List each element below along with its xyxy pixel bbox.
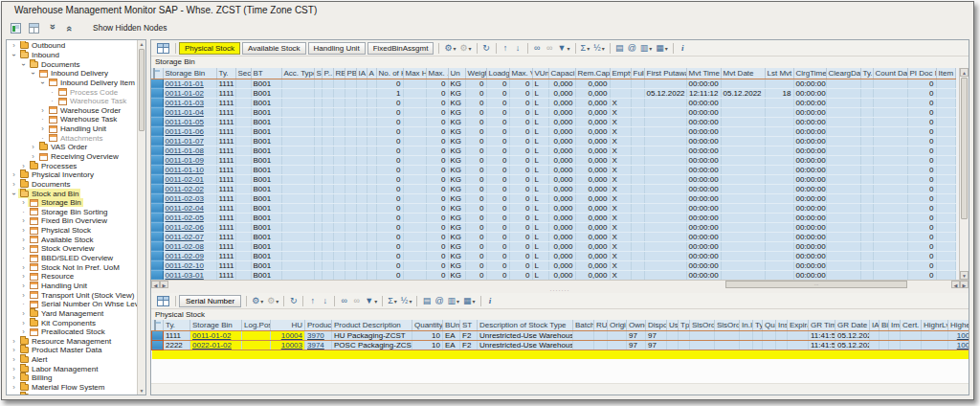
scroll-left-icon-2[interactable]: ◀ <box>951 281 960 288</box>
tab-available-stock[interactable]: Available Stock <box>242 42 306 55</box>
tree-expand-icon[interactable]: › <box>19 282 28 290</box>
storage-bin-link[interactable]: 0011-02-07 <box>166 233 204 241</box>
export-icon[interactable]: ▥▾ <box>638 42 655 55</box>
sort-descending-icon[interactable]: ↓ <box>319 295 331 307</box>
column-header-in-id[interactable]: In.ID <box>740 320 753 330</box>
tree-item-physical-inventory[interactable]: ›Physical Inventory <box>7 170 137 180</box>
storage-bin-link[interactable]: 0011-01-02 <box>192 331 231 340</box>
storage-bin-link[interactable]: 0011-01-08 <box>166 147 204 155</box>
tree-expand-icon[interactable]: › <box>10 41 18 50</box>
tree-item-inbound-delivery-item[interactable]: ›Inbound Delivery Item <box>7 79 137 88</box>
layout-views-icon[interactable]: ▦▾ <box>461 295 478 307</box>
column-header-s[interactable]: S <box>314 68 322 79</box>
alv-grid-icon[interactable] <box>154 295 172 307</box>
product-link[interactable]: 3974 <box>307 341 324 350</box>
column-header-weight[interactable]: Weight <box>465 68 486 79</box>
column-header-rb[interactable]: RB <box>333 68 345 79</box>
alv-grid-icon[interactable] <box>154 42 172 55</box>
tree-expand-icon[interactable]: › <box>10 180 18 189</box>
row-selector[interactable] <box>151 260 163 270</box>
column-header-sec[interactable]: Sec. <box>235 68 251 79</box>
tree-expand-icon[interactable]: › <box>10 365 18 373</box>
storage-bin-link[interactable]: 0011-02-03 <box>166 194 204 203</box>
column-header-qual[interactable]: Qual. <box>763 320 776 330</box>
tree-item-outbound[interactable]: ›Outbound <box>7 41 137 51</box>
column-header-origin[interactable]: Origin <box>608 320 627 330</box>
tree-item-handling-unit[interactable]: ›Handling Unit <box>7 282 137 291</box>
column-header-st[interactable]: ST <box>460 320 478 330</box>
storage-bin-link[interactable]: 0011-01-06 <box>166 127 204 136</box>
filter-icon[interactable]: ▼▾ <box>556 42 572 55</box>
horizontal-scroll-thumb[interactable]: ··· <box>725 281 907 288</box>
export-icon[interactable]: ▥▾ <box>446 295 462 307</box>
tree-expand-icon[interactable]: › <box>38 106 47 115</box>
column-header-impr[interactable]: Impr <box>889 320 901 330</box>
row-selector[interactable] <box>151 107 163 117</box>
tree-item-transport-unit-stock-view[interactable]: ›Transport Unit (Stock View) <box>7 290 137 300</box>
tree-collapse-icon[interactable]: › <box>19 60 28 69</box>
storage-bin-link[interactable]: 0011-01-05 <box>166 118 204 126</box>
variant-icon[interactable]: ⚙▾ <box>265 295 280 307</box>
row-selector[interactable] <box>151 88 163 98</box>
variant-icon[interactable]: ⚙▾ <box>458 42 474 55</box>
monitor-icon[interactable] <box>9 21 23 35</box>
tree-expand-icon[interactable]: › <box>38 124 47 133</box>
info-icon[interactable]: i <box>677 42 689 55</box>
column-header-pb[interactable]: PB <box>345 68 356 79</box>
column-header-mvt-time[interactable]: Mvt Time <box>686 68 721 79</box>
layout-icon[interactable] <box>27 21 41 35</box>
tree-item-fixed-bin-overview[interactable]: ›Fixed Bin Overview <box>7 216 137 226</box>
tree-expand-icon[interactable]: › <box>29 152 37 161</box>
column-header-gr-date[interactable]: GR Date <box>835 320 870 330</box>
tree-item-vas-order[interactable]: ›VAS Order <box>7 143 137 152</box>
tree-scroll-up-icon[interactable]: ▲ <box>138 40 145 48</box>
scroll-right-icon[interactable]: ▶ <box>160 281 168 288</box>
row-selector[interactable] <box>151 136 163 146</box>
tree-item-resource[interactable]: ›Resource <box>7 272 137 282</box>
tree-expand-icon[interactable]: › <box>19 162 28 170</box>
show-hidden-nodes-button[interactable]: Show Hidden Nodes <box>93 23 167 33</box>
column-header-p[interactable]: P.. <box>322 68 333 79</box>
storage-bin-link[interactable]: 0011-01-07 <box>166 137 204 146</box>
tree-scroll-down-icon[interactable]: ▼ <box>138 387 145 395</box>
settings-icon[interactable]: ⚙▾ <box>250 295 265 307</box>
column-header-max-h[interactable]: Max H.. <box>403 68 426 79</box>
row-selector[interactable] <box>151 232 163 241</box>
vertical-scroll-thumb[interactable] <box>961 78 968 219</box>
row-selector[interactable] <box>151 184 163 193</box>
tree-item-preallocated-stock[interactable]: ›Preallocated Stock <box>7 327 137 337</box>
row-selector[interactable] <box>151 98 163 107</box>
tree-expand-icon[interactable]: › <box>19 327 28 336</box>
tree-expand-icon[interactable]: › <box>19 272 28 281</box>
column-header-ty[interactable]: Ty. <box>753 320 763 330</box>
sort-descending-icon[interactable]: ↓ <box>512 42 524 55</box>
column-header-clrgtime[interactable]: ClrgTime <box>793 68 826 79</box>
tree-item-stock-not-in-pref-uom[interactable]: ›Stock Not In Pref. UoM <box>7 262 137 272</box>
column-header-item-f[interactable]: Item F.. <box>936 68 955 79</box>
hu-link[interactable]: 10004 <box>281 331 302 340</box>
column-header-disposal[interactable]: Disposal <box>646 320 667 330</box>
tree-collapse-icon[interactable]: › <box>29 69 37 78</box>
tree-expand-icon[interactable]: › <box>10 337 18 346</box>
row-selector[interactable] <box>151 117 163 126</box>
storage-bin-link[interactable]: 0011-02-02 <box>166 185 204 193</box>
sort-ascending-icon[interactable]: ↑ <box>306 295 319 307</box>
scroll-right-icon-2[interactable]: ▶ <box>960 281 969 288</box>
tree-expand-icon[interactable]: › <box>10 373 18 382</box>
column-header-un[interactable]: Un <box>448 68 465 79</box>
print-icon[interactable]: ▤ <box>420 295 433 307</box>
column-header-max[interactable]: Max. .. <box>426 68 448 79</box>
column-header-expiration[interactable]: Expiration <box>788 320 809 330</box>
refresh-icon[interactable]: ↻ <box>287 295 300 307</box>
column-header-ty[interactable]: Ty. <box>860 68 873 79</box>
tree-item-resource-management[interactable]: ›Resource Management <box>7 337 137 347</box>
scroll-down-icon[interactable]: ▼ <box>960 271 969 280</box>
storage-bin-link[interactable]: 0011-02-10 <box>166 261 204 270</box>
column-header-mvt-date[interactable]: Mvt Date <box>721 68 765 79</box>
tree-expand-icon[interactable]: › <box>19 216 28 225</box>
column-header-bin[interactable]: Bin <box>880 320 889 330</box>
tree-item-receiving-overview[interactable]: ›Receiving Overview <box>7 152 137 162</box>
tree-expand-icon[interactable]: › <box>19 319 28 327</box>
column-header-vun[interactable]: VUn <box>532 68 548 79</box>
column-header-rem-capac[interactable]: Rem.Capac. <box>575 68 610 79</box>
